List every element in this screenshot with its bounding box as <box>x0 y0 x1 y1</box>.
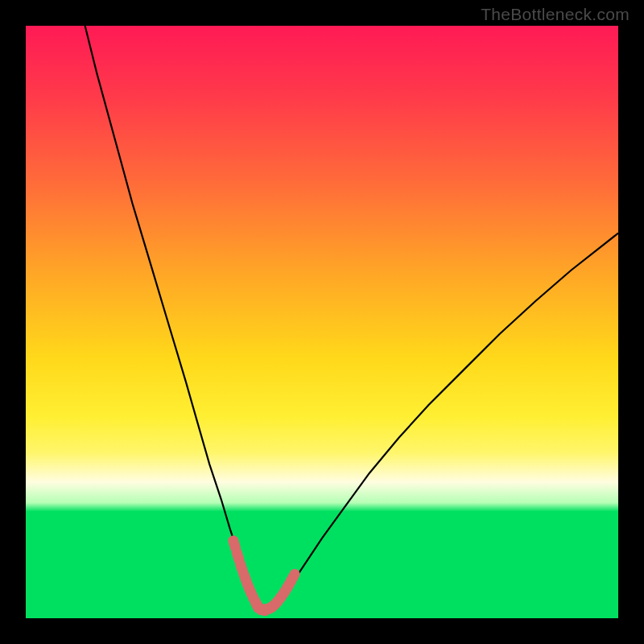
plot-area <box>26 26 618 618</box>
watermark-text: TheBottleneck.com <box>481 5 630 24</box>
near-zero-markers <box>227 535 302 618</box>
bottleneck-svg <box>26 26 618 618</box>
chart-frame: TheBottleneck.com <box>0 0 644 644</box>
bottleneck-curve <box>85 26 618 609</box>
